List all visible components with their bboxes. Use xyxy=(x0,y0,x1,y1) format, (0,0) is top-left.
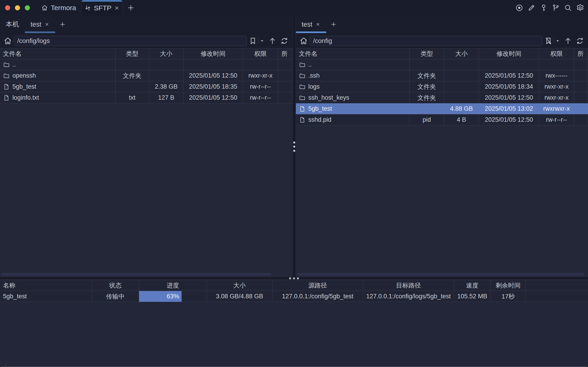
file-name-cell: 5gb_test xyxy=(0,81,115,92)
column-header-所[interactable]: 所 xyxy=(574,49,588,59)
file-icon xyxy=(299,105,306,112)
transfer-column-header-速度[interactable]: 速度 xyxy=(454,280,491,291)
home-button[interactable] xyxy=(299,36,308,45)
transfer-column-header-源路径[interactable]: 源路径 xyxy=(273,280,363,291)
tab-termora-home[interactable]: Termora xyxy=(41,0,76,16)
file-row-..[interactable]: .. xyxy=(0,59,292,70)
column-header-文件名[interactable]: 文件名 xyxy=(0,49,115,59)
transfer-column-header-大小[interactable]: 大小 xyxy=(207,280,273,291)
folder-icon xyxy=(299,72,306,79)
parent-directory-button[interactable] xyxy=(564,36,572,45)
column-header-大小[interactable]: 大小 xyxy=(444,49,479,59)
file-table-body: ..openssh文件夹2025/01/05 12:50rwxr-xr-x5gb… xyxy=(0,59,292,103)
file-cell: 2.38 GB xyxy=(149,81,183,92)
vertical-splitter[interactable] xyxy=(292,16,296,277)
file-row-ssh_host_keys[interactable]: ssh_host_keys文件夹2025/01/05 12:50rwxr-xr-… xyxy=(296,92,588,103)
file-cell xyxy=(479,59,539,70)
close-tab-icon[interactable] xyxy=(44,22,49,27)
path-input[interactable] xyxy=(310,36,542,46)
column-header-权限[interactable]: 权限 xyxy=(539,49,574,59)
file-cell: pid xyxy=(410,114,444,125)
column-header-修改时间[interactable]: 修改时间 xyxy=(479,49,539,59)
panel-tab-test[interactable]: test xyxy=(25,16,55,33)
active-tab-accent xyxy=(81,0,122,2)
column-header-文件名[interactable]: 文件名 xyxy=(296,49,410,59)
parent-directory-button[interactable] xyxy=(268,36,277,45)
file-cell: 文件夹 xyxy=(410,70,444,81)
chevron-down-icon[interactable] xyxy=(555,38,560,44)
file-row-loginfo.txt[interactable]: loginfo.txttxt127 B2025/01/05 12:50rw-r-… xyxy=(0,92,292,103)
transfer-column-header-状态[interactable]: 状态 xyxy=(92,280,139,291)
file-row-5gb_test[interactable]: 5gb_test2.38 GB2025/01/05 18:35rw-r--r-- xyxy=(0,81,292,92)
column-header-权限[interactable]: 权限 xyxy=(243,49,278,59)
column-header-所[interactable]: 所 xyxy=(278,49,292,59)
refresh-icon[interactable] xyxy=(576,36,584,45)
file-row-openssh[interactable]: openssh文件夹2025/01/05 12:50rwxr-xr-x xyxy=(0,70,292,81)
search-icon[interactable] xyxy=(564,4,572,12)
file-name-cell: .. xyxy=(296,59,410,70)
file-cell: 4 B xyxy=(444,114,479,125)
column-header-类型[interactable]: 类型 xyxy=(115,49,149,59)
column-header-大小[interactable]: 大小 xyxy=(149,49,183,59)
file-cell: rwxrwxr-x xyxy=(539,103,574,114)
folder-icon xyxy=(299,83,306,90)
panel-tab-test[interactable]: test xyxy=(296,16,326,33)
new-session-tab-button[interactable] xyxy=(326,16,341,33)
chevron-down-icon[interactable] xyxy=(259,38,265,44)
file-cell xyxy=(183,59,243,70)
file-cell xyxy=(278,59,292,70)
key-icon[interactable] xyxy=(539,4,548,12)
remote-panel: test 文件名类型大小修改时间权限所 ...ssh文件夹2025/01/05 … xyxy=(296,16,588,277)
file-table-header: 文件名类型大小修改时间权限所 xyxy=(0,48,292,59)
close-window-button[interactable] xyxy=(5,5,10,10)
file-name-cell: 5gb_test xyxy=(296,103,410,114)
file-cell: rw-r--r-- xyxy=(539,114,574,125)
edit-icon[interactable] xyxy=(527,4,536,12)
transfer-column-header-剩余时间[interactable]: 剩余时间 xyxy=(491,280,526,291)
file-cell xyxy=(410,103,444,114)
file-row-..[interactable]: .. xyxy=(296,59,588,70)
new-tab-button[interactable] xyxy=(127,4,135,12)
file-row-logs[interactable]: logs文件夹2025/01/05 18:34rwxr-xr-x xyxy=(296,81,588,92)
bookmark-icon[interactable] xyxy=(248,36,257,45)
home-button[interactable] xyxy=(3,36,12,45)
column-header-类型[interactable]: 类型 xyxy=(410,49,444,59)
horizontal-scrollbar[interactable] xyxy=(1,273,271,276)
close-tab-icon[interactable] xyxy=(315,22,320,27)
termora-window: Termora SFTP 本机test xyxy=(0,0,588,367)
column-header-修改时间[interactable]: 修改时间 xyxy=(183,49,243,59)
file-cell xyxy=(278,92,292,103)
transfer-cell: 127.0.0.1:/config/5gb_test xyxy=(273,291,363,302)
transfer-column-header-进度[interactable]: 进度 xyxy=(139,280,207,291)
zoom-window-button[interactable] xyxy=(25,5,30,10)
transfer-column-header-名称[interactable]: 名称 xyxy=(0,280,92,291)
file-cell xyxy=(444,59,479,70)
folder-icon xyxy=(3,72,10,79)
transfer-row-5gb_test[interactable]: 5gb_test传输中63%3.08 GB/4.88 GB127.0.0.1:/… xyxy=(0,291,588,302)
file-row-.ssh[interactable]: .ssh文件夹2025/01/05 12:50rwx------ xyxy=(296,70,588,81)
remote-file-table: 文件名类型大小修改时间权限所 ...ssh文件夹2025/01/05 12:50… xyxy=(296,48,588,277)
horizontal-splitter[interactable] xyxy=(0,277,588,280)
record-icon[interactable] xyxy=(515,4,523,12)
window-controls xyxy=(0,0,30,16)
file-name-cell: .. xyxy=(0,59,115,70)
settings-icon[interactable] xyxy=(576,4,584,12)
refresh-icon[interactable] xyxy=(280,36,289,45)
file-row-5gb_test[interactable]: 5gb_test4.88 GB2025/01/05 13:02rwxrwxr-x xyxy=(296,103,588,114)
file-cell xyxy=(278,70,292,81)
horizontal-scrollbar[interactable] xyxy=(297,273,584,276)
new-session-tab-button[interactable] xyxy=(55,16,70,33)
file-row-sshd.pid[interactable]: sshd.pidpid4 B2025/01/05 12:50rw-r--r-- xyxy=(296,114,588,125)
transfer-column-header-目标路径[interactable]: 目标路径 xyxy=(363,280,454,291)
bookmark-slash-icon[interactable] xyxy=(544,36,553,45)
tab-sftp[interactable]: SFTP xyxy=(81,0,123,16)
file-cell xyxy=(149,59,183,70)
minimize-window-button[interactable] xyxy=(15,5,20,10)
close-tab-icon[interactable] xyxy=(114,5,120,11)
file-name-cell: ssh_host_keys xyxy=(296,92,410,103)
panel-tab-本机[interactable]: 本机 xyxy=(0,16,25,33)
file-cell: rwxr-xr-x xyxy=(243,70,278,81)
path-input[interactable] xyxy=(14,36,247,46)
file-icon xyxy=(3,94,10,101)
branch-icon[interactable] xyxy=(552,4,560,12)
